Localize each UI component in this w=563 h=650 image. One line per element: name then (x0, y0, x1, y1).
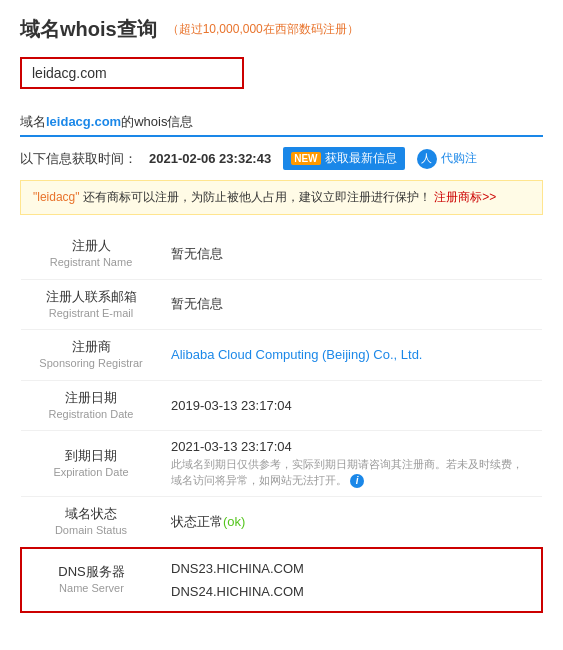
status-ok-text: (ok) (223, 514, 245, 529)
table-row: 注册人联系邮箱 Registrant E-mail 暂无信息 (21, 279, 542, 330)
label-zh-email: 注册人联系邮箱 (31, 288, 151, 306)
whois-table: 注册人 Registrant Name 暂无信息 注册人联系邮箱 Registr… (20, 229, 543, 613)
label-en-exp-date: Expiration Date (31, 465, 151, 480)
label-cell-status: 域名状态 Domain Status (21, 497, 161, 548)
page-title-section: 域名whois查询 （超过10,000,000在西部数码注册） (20, 16, 543, 43)
exp-date-value: 2021-03-13 23:17:04 (171, 439, 532, 454)
page-container: 域名whois查询 （超过10,000,000在西部数码注册） 域名leidac… (0, 0, 563, 629)
label-cell-registrar: 注册商 Sponsoring Registrar (21, 330, 161, 381)
agent-label: 代购注 (441, 150, 477, 167)
info-header: 以下信息获取时间： 2021-02-06 23:32:43 NEW 获取最新信息… (20, 147, 543, 170)
table-row-dns: DNS服务器 Name Server DNS23.HICHINA.COM DNS… (21, 548, 542, 613)
label-zh-status: 域名状态 (31, 505, 151, 523)
label-en-dns: Name Server (32, 581, 151, 596)
label-cell-exp-date: 到期日期 Expiration Date (21, 431, 161, 497)
label-zh-exp-date: 到期日期 (31, 447, 151, 465)
agent-icon: 人 (417, 149, 437, 169)
label-zh-dns: DNS服务器 (32, 563, 151, 581)
label-cell-registrant: 注册人 Registrant Name (21, 229, 161, 279)
table-row: 注册日期 Registration Date 2019-03-13 23:17:… (21, 380, 542, 431)
agent-button[interactable]: 人 代购注 (417, 149, 477, 169)
whois-domain: leidacg.com (46, 114, 121, 129)
label-cell-reg-date: 注册日期 Registration Date (21, 380, 161, 431)
label-zh-reg-date: 注册日期 (31, 389, 151, 407)
whois-section-title: 域名leidacg.com的whois信息 (20, 113, 543, 137)
label-cell-dns: DNS服务器 Name Server (21, 548, 161, 613)
label-en-reg-date: Registration Date (31, 407, 151, 422)
value-email: 暂无信息 (161, 279, 542, 330)
value-reg-date: 2019-03-13 23:17:04 (161, 380, 542, 431)
label-cell-email: 注册人联系邮箱 Registrant E-mail (21, 279, 161, 330)
refresh-button[interactable]: NEW 获取最新信息 (283, 147, 404, 170)
page-subtitle: （超过10,000,000在西部数码注册） (167, 21, 359, 38)
table-row: 注册商 Sponsoring Registrar Alibaba Cloud C… (21, 330, 542, 381)
info-timestamp: 2021-02-06 23:32:43 (149, 151, 271, 166)
value-dns: DNS23.HICHINA.COM DNS24.HICHINA.COM (161, 548, 542, 613)
value-registrant: 暂无信息 (161, 229, 542, 279)
search-box-border (20, 57, 244, 89)
dns-entry-2: DNS24.HICHINA.COM (171, 580, 531, 603)
value-registrar: Alibaba Cloud Computing (Beijing) Co., L… (161, 330, 542, 381)
table-row: 注册人 Registrant Name 暂无信息 (21, 229, 542, 279)
info-header-label: 以下信息获取时间： (20, 150, 137, 168)
refresh-button-label: 获取最新信息 (325, 150, 397, 167)
label-en-registrar: Sponsoring Registrar (31, 356, 151, 371)
label-en-status: Domain Status (31, 523, 151, 538)
info-icon[interactable]: i (350, 474, 364, 488)
page-title: 域名whois查询 (20, 16, 157, 43)
expiry-note: 此域名到期日仅供参考，实际到期日期请咨询其注册商。若未及时续费，域名访问将异常，… (171, 457, 532, 488)
label-en-registrant: Registrant Name (31, 255, 151, 270)
whois-title-prefix: 域名 (20, 114, 46, 129)
whois-title-suffix: 的whois信息 (121, 114, 193, 129)
trademark-notice: "leidacg" 还有商标可以注册，为防止被他人占用，建议立即注册进行保护！ … (20, 180, 543, 215)
label-zh-registrar: 注册商 (31, 338, 151, 356)
search-input[interactable] (32, 65, 232, 81)
new-badge: NEW (291, 152, 320, 165)
label-en-email: Registrant E-mail (31, 306, 151, 321)
trademark-register-link[interactable]: 注册商标>> (434, 190, 496, 204)
table-row: 域名状态 Domain Status 状态正常(ok) (21, 497, 542, 548)
dns-entry-1: DNS23.HICHINA.COM (171, 557, 531, 580)
status-text: 状态正常 (171, 514, 223, 529)
trademark-text: 还有商标可以注册，为防止被他人占用，建议立即注册进行保护！ (83, 190, 431, 204)
value-status: 状态正常(ok) (161, 497, 542, 548)
label-zh-registrant: 注册人 (31, 237, 151, 255)
trademark-quoted: "leidacg" (33, 190, 80, 204)
value-exp-date: 2021-03-13 23:17:04 此域名到期日仅供参考，实际到期日期请咨询… (161, 431, 542, 497)
table-row: 到期日期 Expiration Date 2021-03-13 23:17:04… (21, 431, 542, 497)
